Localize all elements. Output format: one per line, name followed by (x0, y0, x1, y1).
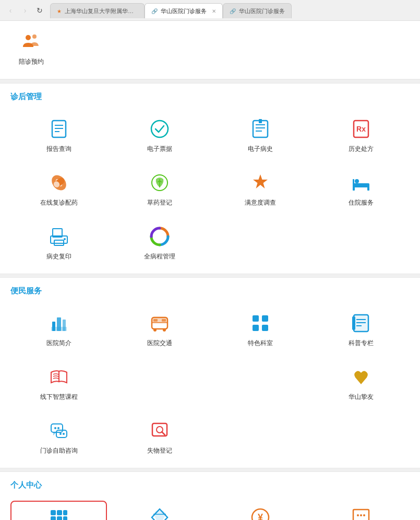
item-accompany[interactable]: 陪诊预约 (10, 25, 52, 70)
top-section: 陪诊预约 (0, 21, 420, 79)
nav-buttons: ‹ › ↻ (4, 4, 46, 17)
print-icon (46, 224, 71, 249)
item-ticket[interactable]: 电子票据 (111, 112, 208, 158)
ticket-label: 电子票据 (147, 145, 172, 153)
svg-point-54 (54, 427, 56, 429)
item-emedical[interactable]: 电子病史 (212, 112, 309, 158)
item-selfconsult[interactable]: 门诊自助咨询 (10, 414, 107, 459)
tab3-link-icon: 🔗 (230, 8, 236, 14)
emedical-icon (248, 116, 273, 141)
svg-rect-43 (262, 315, 268, 322)
svg-rect-11 (259, 119, 262, 123)
my-consult-icon (349, 505, 374, 520)
item-survey[interactable]: 满意度调查 (212, 166, 309, 211)
personal-section: 个人中心 我的预约 (0, 472, 420, 520)
divider-2 (0, 274, 420, 278)
svg-rect-66 (57, 516, 62, 520)
svg-rect-40 (153, 319, 158, 322)
special-dept-icon (248, 311, 273, 336)
report-label: 报告查询 (46, 145, 71, 153)
main-content: 陪诊预约 诊后管理 报告查询 (0, 21, 420, 520)
transport-label: 医院交通 (147, 339, 172, 348)
item-transport[interactable]: 医院交通 (111, 306, 208, 352)
svg-rect-64 (63, 510, 67, 515)
inpatient-label: 住院服务 (349, 198, 374, 207)
post-diagnosis-grid: 报告查询 电子票据 (10, 112, 410, 265)
svg-point-29 (64, 238, 66, 240)
divider-1 (0, 79, 420, 84)
lostfound-icon (147, 418, 172, 443)
svg-rect-65 (51, 516, 56, 520)
course-label: 线下智慧课程 (40, 393, 78, 401)
convenience-title: 便民服务 (10, 286, 410, 298)
svg-rect-25 (353, 179, 354, 184)
selfconsult-label: 门诊自助咨询 (40, 446, 78, 455)
tabs-bar: ★ 上海华山复旦大学附属华山医院公 🔗 华山医院门诊服务 ✕ 🔗 华山医院门诊服… (50, 3, 416, 18)
svg-rect-34 (63, 320, 66, 331)
item-course[interactable]: 线下智慧课程 (10, 360, 107, 406)
medicine-label: 在线复诊配药 (40, 198, 78, 207)
svg-rect-41 (162, 319, 166, 322)
special-dept-label: 特色科室 (248, 339, 273, 348)
item-my-payment[interactable]: ¥ 我的缴费 (212, 501, 309, 520)
tab3-label: 华山医院门诊服务 (239, 7, 285, 15)
my-medicine-icon (147, 505, 172, 520)
item-my-appointment[interactable]: 我的预约 (10, 501, 107, 520)
item-hospital-intro[interactable]: 医院简介 (10, 306, 107, 352)
svg-point-6 (151, 121, 168, 137)
science-label: 科普专栏 (349, 339, 374, 348)
item-special-dept[interactable]: 特色科室 (212, 306, 309, 352)
item-prescription[interactable]: Rx 历史处方 (313, 112, 410, 158)
svg-rect-45 (262, 325, 268, 331)
svg-marker-20 (253, 174, 268, 188)
accompany-icon (19, 29, 44, 54)
svg-point-39 (163, 328, 166, 332)
item-print[interactable]: 病史复印 (10, 220, 107, 265)
item-lostfound[interactable]: 失物登记 (111, 414, 208, 459)
allcare-icon (147, 224, 172, 249)
svg-point-55 (57, 427, 59, 429)
tab1-favicon: ★ (57, 8, 62, 14)
item-herb[interactable]: 草药登记 (111, 166, 208, 211)
personal-title: 个人中心 (10, 480, 410, 492)
item-allcare[interactable]: 全病程管理 (111, 220, 208, 265)
item-inpatient[interactable]: 住院服务 (313, 166, 410, 211)
divider-3 (0, 468, 420, 472)
my-payment-icon: ¥ (248, 505, 273, 520)
print-label: 病史复印 (46, 252, 71, 261)
svg-rect-21 (353, 183, 369, 187)
selfconsult-icon (46, 418, 71, 443)
svg-line-61 (162, 432, 165, 435)
svg-rect-33 (57, 317, 61, 331)
tab2-close-button[interactable]: ✕ (212, 8, 216, 14)
lostfound-label: 失物登记 (147, 446, 172, 455)
emedical-label: 电子病史 (248, 145, 273, 153)
science-icon (349, 311, 374, 336)
svg-text:¥: ¥ (258, 512, 263, 520)
svg-rect-42 (253, 315, 259, 322)
svg-point-38 (153, 328, 157, 332)
item-medicine[interactable]: 在线复诊配药 (10, 166, 107, 211)
tab-2[interactable]: 🔗 华山医院门诊服务 ✕ (145, 3, 223, 18)
convenience-section: 便民服务 医院简介 (0, 278, 420, 468)
prescription-label: 历史处方 (349, 145, 374, 153)
item-report[interactable]: 报告查询 (10, 112, 107, 158)
item-science[interactable]: 科普专栏 (313, 306, 410, 352)
refresh-button[interactable]: ↻ (33, 4, 46, 17)
tab-1[interactable]: ★ 上海华山复旦大学附属华山医院公 (50, 3, 145, 18)
item-friends[interactable]: 华山挚友 (313, 360, 410, 406)
back-button[interactable]: ‹ (4, 4, 17, 17)
tab-3[interactable]: 🔗 华山医院门诊服务 (223, 3, 292, 18)
herb-icon (147, 170, 172, 195)
survey-icon (248, 170, 273, 195)
item-my-consult[interactable]: 我的咨询 (313, 501, 410, 520)
prescription-icon: Rx (349, 116, 374, 141)
ticket-icon (147, 116, 172, 141)
friends-icon (349, 364, 374, 389)
herb-label: 草药登记 (147, 198, 172, 207)
course-icon (46, 364, 71, 389)
friends-label: 华山挚友 (349, 393, 374, 401)
item-my-medicine[interactable]: 我的配药申请 (111, 501, 208, 520)
svg-rect-23 (367, 186, 369, 191)
forward-button[interactable]: › (19, 4, 31, 17)
